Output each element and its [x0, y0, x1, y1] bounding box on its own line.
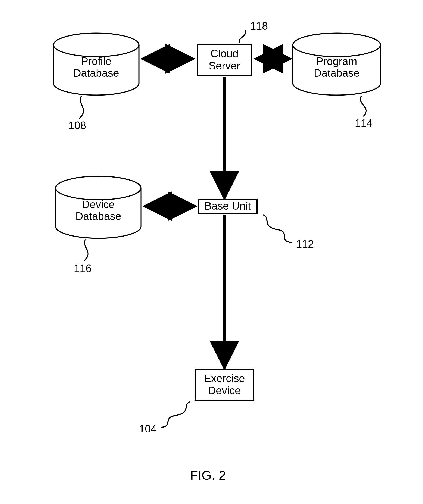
- ref-leader-114: [360, 96, 366, 116]
- figure-caption: FIG. 2: [190, 468, 226, 483]
- diagram-stage: Profile Database Program Database Device…: [0, 0, 423, 504]
- ref-leader-112: [263, 215, 292, 242]
- ref-118: 118: [250, 20, 268, 32]
- ref-leader-118: [239, 30, 246, 43]
- svg-point-2: [55, 176, 141, 200]
- exercise-device-box: Exercise Device: [194, 369, 254, 401]
- ref-108: 108: [68, 120, 86, 131]
- base-unit-label: Base Unit: [205, 200, 251, 212]
- ref-leader-108: [79, 96, 83, 119]
- exercise-device-label: Exercise Device: [199, 372, 250, 397]
- ref-leader-104: [161, 402, 190, 427]
- cloud-server-box: Cloud Server: [197, 44, 252, 76]
- program-db-label: Program Database: [294, 55, 379, 79]
- ref-104: 104: [139, 423, 157, 435]
- ref-116: 116: [74, 263, 91, 275]
- svg-point-0: [54, 33, 139, 57]
- profile-db-label: Profile Database: [54, 55, 139, 79]
- device-db-label: Device Database: [55, 199, 141, 222]
- ref-112: 112: [296, 238, 314, 250]
- base-unit-box: Base Unit: [198, 199, 258, 214]
- svg-point-1: [293, 33, 381, 57]
- cloud-server-label: Cloud Server: [201, 48, 248, 72]
- ref-leader-116: [85, 239, 88, 261]
- ref-114: 114: [355, 118, 373, 129]
